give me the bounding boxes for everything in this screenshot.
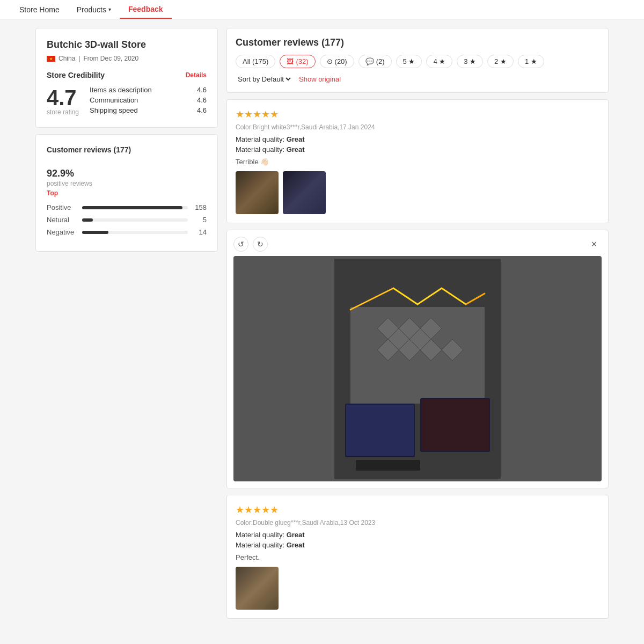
rotate-right-button[interactable]: ↻ (253, 237, 268, 252)
bar-positive: Positive 158 (47, 203, 207, 211)
svg-rect-23 (421, 399, 489, 451)
bar-outer-negative (82, 231, 188, 234)
reviews-summary-title: Customer reviews (177) (47, 145, 207, 154)
tab-4star[interactable]: 4 ★ (426, 55, 452, 68)
nav-products[interactable]: Products ▾ (68, 0, 120, 19)
review-text-1: Terrible 👋🏻 (236, 158, 599, 166)
review-bars: Positive 158 Netural 5 Negative (47, 203, 207, 236)
reviews-header-card: Customer reviews (177) All (175) 🖼 (32) … (226, 28, 609, 93)
bar-negative: Negative 14 (47, 228, 207, 236)
bar-neutral: Netural 5 (47, 216, 207, 224)
rotate-left-button[interactable]: ↺ (233, 237, 248, 252)
thumb-row-2 (236, 567, 599, 610)
percent-left: 92.9% positive reviews Top (47, 160, 92, 197)
tab-3star[interactable]: 3 ★ (457, 55, 483, 68)
review-item-1: ★★★★★ Color:Bright white3***r,Saudi Arab… (226, 99, 609, 223)
show-original-link[interactable]: Show original (299, 75, 341, 83)
bar-fill-neutral (82, 218, 93, 222)
tab-photo[interactable]: 🖼 (32) (280, 55, 315, 68)
svg-rect-22 (346, 405, 414, 456)
svg-rect-1 (350, 307, 485, 404)
tab-video[interactable]: ⊙ (20) (320, 55, 354, 68)
details-link[interactable]: Details (186, 71, 207, 79)
left-panel: Butchic 3D-wall Store ★ China | From Dec… (35, 28, 218, 625)
review-quality2-2: Material quality: Great (236, 541, 599, 549)
store-card: Butchic 3D-wall Store ★ China | From Dec… (35, 28, 218, 128)
reviews-summary-card: Customer reviews (177) 92.9% positive re… (35, 134, 218, 252)
store-rating-value: 4.7 (47, 87, 79, 108)
video-icon: ⊙ (327, 57, 333, 65)
review-item-2: ★★★★★ Color:Double glueg***r,Saudi Arabi… (226, 495, 609, 619)
review-text-2: Perfect. (236, 553, 599, 561)
thumb-row-1 (236, 171, 599, 214)
review-quality1-1: Material quality: Great (236, 135, 599, 143)
right-panel: Customer reviews (177) All (175) 🖼 (32) … (226, 28, 609, 625)
tab-comment[interactable]: 💬 (2) (358, 55, 392, 68)
metric-communication: Communication 4.6 (90, 96, 207, 104)
review-quality2-1: Material quality: Great (236, 145, 599, 153)
navigation: Store Home Products ▾ Feedback (0, 0, 644, 19)
bar-fill-positive (82, 206, 182, 209)
viewer-image-container (233, 256, 602, 481)
tab-all[interactable]: All (175) (236, 55, 275, 68)
store-meta: ★ China | From Dec 09, 2020 (47, 55, 207, 62)
review-meta-1: Color:Bright white3***r,Saudi Arabia,17 … (236, 123, 599, 131)
stars-1: ★★★★★ (236, 108, 599, 120)
review-meta-2: Color:Double glueg***r,Saudi Arabia,13 O… (236, 519, 599, 526)
reviews-header-title: Customer reviews (177) (236, 37, 599, 48)
store-name: Butchic 3D-wall Store (47, 39, 207, 50)
viewer-image-svg (334, 259, 501, 479)
china-flag-icon: ★ (47, 56, 55, 62)
main-content: Butchic 3D-wall Store ★ China | From Dec… (27, 19, 617, 634)
tab-5star[interactable]: 5 ★ (396, 55, 422, 68)
review-thumb-2[interactable] (283, 171, 326, 214)
bar-outer-positive (82, 206, 188, 209)
filter-tabs: All (175) 🖼 (32) ⊙ (20) 💬 (2) 5 ★ (236, 55, 599, 68)
positive-label: positive reviews (47, 180, 92, 187)
sort-select[interactable]: Sort by Default (236, 75, 292, 84)
sort-row: Sort by Default Show original (236, 75, 599, 84)
viewer-controls: ↺ ↻ × (233, 237, 602, 252)
positive-percent: 92.9% (47, 160, 92, 180)
top-badge: Top (47, 189, 92, 197)
store-rating-label: store rating (47, 108, 79, 116)
nav-feedback[interactable]: Feedback (120, 0, 172, 19)
review-quality1-2: Material quality: Great (236, 531, 599, 539)
photo-icon: 🖼 (287, 57, 294, 65)
big-rating-block: 4.7 store rating (47, 87, 79, 116)
nav-store-home[interactable]: Store Home (11, 0, 68, 19)
store-credibility-title: Store Credibility Details (47, 71, 207, 79)
svg-rect-24 (356, 460, 420, 471)
metric-shipping: Shipping speed 4.6 (90, 106, 207, 114)
tab-1star[interactable]: 1 ★ (518, 55, 544, 68)
bar-fill-negative (82, 231, 108, 234)
bar-outer-neutral (82, 218, 188, 222)
review-thumb-1[interactable] (236, 171, 279, 214)
metric-items: Items as description 4.6 (90, 86, 207, 94)
review-thumb-3[interactable] (236, 567, 279, 610)
chevron-down-icon: ▾ (108, 6, 111, 12)
viewer-buttons: ↺ ↻ (233, 237, 268, 252)
tab-2star[interactable]: 2 ★ (487, 55, 514, 68)
rating-row: 4.7 store rating Items as description 4.… (47, 86, 207, 116)
stars-2: ★★★★★ (236, 504, 599, 516)
comment-icon: 💬 (365, 57, 374, 65)
store-metrics: Items as description 4.6 Communication 4… (90, 86, 207, 116)
percent-block: 92.9% positive reviews Top (47, 160, 207, 197)
viewer-close-button[interactable]: × (587, 237, 602, 252)
image-viewer: ↺ ↻ × (226, 230, 609, 488)
